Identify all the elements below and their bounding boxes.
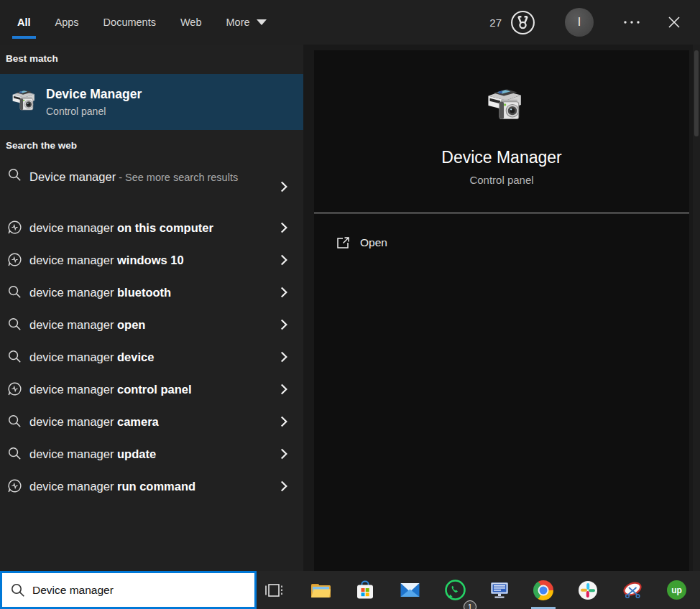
avatar[interactable]: I [565,8,594,37]
file-explorer-button[interactable] [305,571,336,609]
task-view-icon [264,581,285,600]
best-match-result[interactable]: Device Manager Control panel [0,74,303,130]
rewards-button[interactable] [509,9,536,36]
best-match-text: Device Manager Control panel [46,87,142,117]
suggestion-suffix: bluetooth [117,286,171,299]
chevron-right-icon[interactable] [279,480,290,492]
suggestion-text: device manager update [29,445,262,463]
tab-documents[interactable]: Documents [103,17,156,28]
suggestion-suffix: open [117,318,145,331]
rewards-points: 27 [489,17,502,29]
screen-capture-button[interactable] [617,571,648,609]
microsoft-store-icon [355,580,375,600]
chevron-right-icon[interactable] [279,318,290,330]
suggestion-prefix: device manager [29,350,117,363]
search-icon [7,414,22,429]
suggestion-prefix: device manager [29,221,117,234]
open-label: Open [360,236,387,249]
results-panel: Best match Device Manager Control panel … [0,45,303,571]
chevron-right-icon[interactable] [279,350,290,363]
search-icon [7,167,22,182]
search-icon [7,317,22,332]
suggestion-prefix: Device manager [29,170,116,183]
suggestion-suffix: windows 10 [117,254,184,266]
chevron-right-icon[interactable] [279,286,290,298]
search-input[interactable] [32,584,234,597]
suggestion-suffix: device [117,350,154,363]
taskbar: 1 [0,571,700,609]
web-suggestions: Device manager - See more search results… [0,161,303,502]
list-item[interactable]: device manager camera [0,405,303,437]
remote-keyboard-button[interactable] [484,571,515,609]
suggestion-text: device manager camera [29,412,262,431]
open-external-icon [336,236,351,251]
divider [314,213,689,214]
list-item[interactable]: device manager control panel [0,373,303,405]
ellipsis-icon [622,19,641,25]
mail-button[interactable] [394,571,425,609]
suggestion-prefix: device manager [29,383,117,396]
list-item[interactable]: device manager open [0,308,303,340]
filter-tabs: All Apps Documents Web More [17,0,267,45]
suggestion-prefix: device manager [29,286,117,299]
search-filter-bar: All Apps Documents Web More 27 I [0,0,700,45]
slack-icon [578,580,598,600]
chevron-right-icon[interactable] [279,254,290,266]
chevron-right-icon[interactable] [279,415,290,427]
search-icon [7,349,22,364]
open-action[interactable]: Open [314,228,689,257]
chrome-button[interactable] [528,571,559,609]
file-explorer-icon [310,581,331,600]
suggestion-prefix: device manager [29,254,117,266]
whatsapp-button[interactable]: 1 [439,571,471,609]
windows-search-flyout: All Apps Documents Web More 27 I [0,0,700,609]
suggestion-text: device manager open [29,315,262,334]
suggestion-suffix: camera [117,415,159,428]
tab-more-label: More [226,17,250,28]
suggestion-text: device manager device [29,348,262,366]
speech-bubble-icon [7,252,22,267]
suggestion-text: device manager on this computer [29,218,262,237]
search-icon [10,582,26,598]
task-view-button[interactable] [259,571,290,609]
list-item[interactable]: Device manager - See more search results [0,161,303,211]
tab-all[interactable]: All [17,17,31,28]
chevron-right-icon[interactable] [279,181,290,193]
speech-bubble-icon [7,381,22,396]
list-item[interactable]: device manager run command [0,470,303,502]
suggestion-text: device manager bluetooth [29,283,262,302]
tab-more[interactable]: More [226,17,267,28]
best-match-subtitle: Control panel [46,106,142,117]
notification-badge: 1 [464,600,476,609]
options-button[interactable] [622,19,641,25]
mail-icon [400,582,420,598]
close-button[interactable] [667,15,681,29]
list-item[interactable]: device manager device [0,340,303,373]
taskbar-search-box[interactable] [0,571,257,609]
microsoft-store-button[interactable] [349,571,381,609]
tab-apps[interactable]: Apps [55,17,79,28]
list-item[interactable]: device manager update [0,437,303,470]
whatsapp-icon [445,580,466,600]
slack-button[interactable] [572,571,604,609]
suggestion-suffix: on this computer [117,221,213,234]
scrollbar-thumb[interactable] [694,50,699,136]
suggestion-text: Device manager - See more search results [29,167,262,187]
upwork-button[interactable]: up [660,571,692,609]
list-item[interactable]: device manager windows 10 [0,243,303,276]
list-item[interactable]: device manager bluetooth [0,276,303,308]
chevron-right-icon[interactable] [279,383,290,395]
speech-bubble-icon [7,220,22,235]
chevron-right-icon[interactable] [279,221,290,233]
screen-capture-icon [622,580,643,600]
scrollbar[interactable] [693,45,700,571]
suggestion-prefix: device manager [29,480,117,493]
suggestion-suffix: update [117,447,156,460]
search-web-header: Search the web [6,140,77,151]
preview-subtitle: Control panel [314,174,689,186]
preview-title: Device Manager [314,148,689,167]
list-item[interactable]: device manager on this computer [0,211,303,243]
chevron-right-icon[interactable] [279,447,290,460]
tab-web[interactable]: Web [180,17,202,28]
chrome-icon [533,580,553,600]
